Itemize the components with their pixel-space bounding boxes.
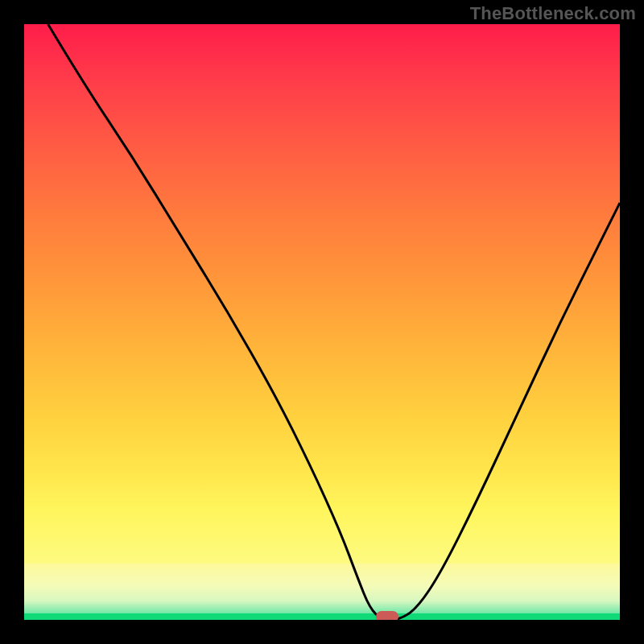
optimal-marker — [376, 611, 398, 620]
watermark-text: TheBottleneck.com — [470, 3, 636, 24]
chart-frame: TheBottleneck.com — [0, 0, 644, 644]
plot-area — [24, 24, 620, 620]
curve-svg — [24, 24, 620, 620]
bottleneck-curve — [48, 24, 620, 620]
